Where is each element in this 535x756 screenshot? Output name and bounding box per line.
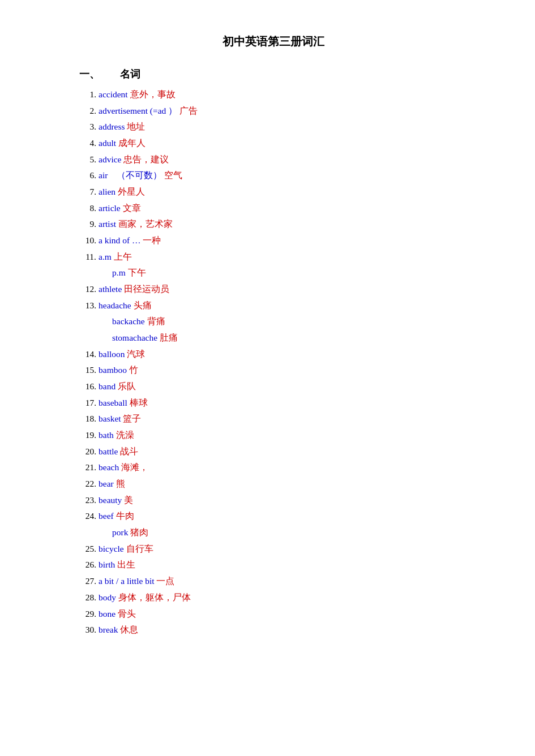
sub-item-zh: 肚痛 [160,333,178,342]
item-en: baseball [99,398,130,407]
sub-item: stomachache 肚痛 [112,330,467,346]
item-zh: 文章 [123,203,141,213]
list-item: 22.bear 熊 [79,476,467,492]
item-num: 2. [79,103,96,119]
item-num: 22. [79,476,96,492]
item-num: 24. [79,508,96,525]
item-num: 26. [79,557,96,573]
item-num: 1. [79,87,96,103]
item-zh: 美 [124,495,133,505]
item-num: 25. [79,541,96,557]
item-zh: 汽球 [127,349,145,359]
item-zh: 竹 [129,365,138,375]
item-en: bicycle [99,544,126,553]
item-en: beef [99,511,116,521]
list-item: 2.advertisement (=ad ） 广告 [79,103,467,119]
item-zh: 休息 [120,625,138,634]
item-zh: 空气 [164,170,182,180]
sub-item: backache 背痛 [112,313,467,330]
item-zh: 自行车 [126,544,153,553]
item-num: 10. [79,233,96,249]
list-item: 9.artist 画家，艺术家 [79,216,467,233]
item-zh: 画家，艺术家 [118,219,173,229]
sub-item-zh: 猪肉 [130,527,148,537]
item-zh: 一点 [156,576,174,586]
item-en: a kind of … [99,235,143,245]
item-en: a.m [99,252,114,261]
item-num: 14. [79,346,96,363]
sub-item-en: p.m [112,268,128,277]
list-item: 5.advice 忠告，建议 [79,152,467,168]
item-en: body [99,592,118,602]
item-en: basket [99,414,123,423]
item-en: advertisement (=ad ） [99,106,179,115]
item-zh: 头痛 [134,300,152,310]
page-title: 初中英语第三册词汇 [79,34,467,49]
list-item: 3.address 地址 [79,119,467,135]
item-en: alien [99,187,118,196]
item-zh: 乐队 [118,381,136,391]
item-zh: 棒球 [130,398,148,407]
item-en: accident [99,89,130,99]
sub-item: pork 猪肉 [112,525,467,541]
item-en: band [99,381,118,391]
item-zh: 外星人 [118,187,145,196]
item-num: 6. [79,167,96,184]
sub-item-en: pork [112,527,130,537]
list-item: 18.basket 篮子 [79,411,467,427]
item-num: 17. [79,395,96,411]
list-item: 27.a bit / a little bit 一点 [79,573,467,590]
list-item: 16.band 乐队 [79,379,467,395]
item-num: 12. [79,281,96,298]
item-en: article [99,203,123,213]
item-en: bone [99,609,118,618]
item-en: beach [99,462,121,472]
item-en: athlete [99,284,124,294]
item-zh: 意外，事故 [130,89,176,99]
list-item: 25.bicycle 自行车 [79,541,467,557]
item-num: 29. [79,606,96,622]
item-zh: 洗澡 [116,430,134,440]
item-zh: 牛肉 [116,511,134,521]
list-item: 10.a kind of … 一种 [79,233,467,249]
item-zh: 田径运动员 [124,284,169,294]
list-item: 26.birth 出生 [79,557,467,573]
list-item: 24.beef 牛肉 [79,508,467,525]
item-zh: 身体，躯体，尸体 [118,592,191,602]
item-en: air （不可数） [99,170,164,180]
sub-item-en: stomachache [112,333,160,342]
sub-item: p.m 下午 [112,265,467,281]
item-zh: 海滩， [121,462,148,472]
sub-item-zh: 下午 [128,268,146,277]
list-item: 12.athlete 田径运动员 [79,281,467,298]
item-en: artist [99,219,118,229]
list-item: 20.battle 战斗 [79,444,467,460]
item-zh: 骨头 [118,609,136,618]
item-zh: 篮子 [123,414,141,423]
item-zh: 成年人 [118,138,145,148]
item-en: balloon [99,349,127,359]
list-item: 19.bath 洗澡 [79,427,467,444]
item-zh: 广告 [179,106,198,115]
item-num: 16. [79,379,96,395]
sub-item-zh: 背痛 [147,316,165,326]
list-item: 28.body 身体，躯体，尸体 [79,590,467,606]
item-zh: 出生 [117,560,135,569]
item-en: beauty [99,495,124,505]
item-num: 23. [79,492,96,509]
item-num: 30. [79,622,96,638]
vocab-list: 1.accident 意外，事故2.advertisement (=ad ） 广… [79,87,467,638]
item-num: 19. [79,427,96,444]
item-en: bamboo [99,365,129,375]
item-num: 8. [79,200,96,217]
item-en: advice [99,154,123,164]
item-en: headache [99,300,134,310]
section-header: 一、 名词 [79,67,467,81]
list-item: 15.bamboo 竹 [79,362,467,379]
item-zh: 熊 [116,479,125,488]
list-item: 6.air （不可数） 空气 [79,167,467,184]
item-en: break [99,625,120,634]
list-item: 11.a.m 上午 [79,249,467,265]
item-zh: 战斗 [120,446,138,456]
item-zh: 地址 [127,122,145,131]
